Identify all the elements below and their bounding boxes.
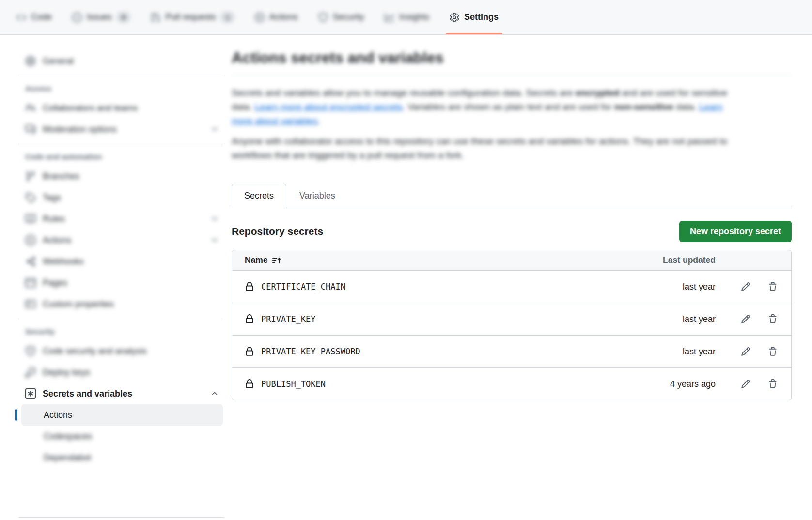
sidebar-item-label: Moderation options [43,124,117,135]
settings-sidebar: General Access Collaborators and teams M… [15,46,223,468]
link-learn-encrypted-secrets[interactable]: Learn more about encrypted secrets [255,102,403,112]
sidebar-item-tags[interactable]: Tags [21,187,223,208]
sidebar-subitem-codespaces[interactable]: Codespaces [21,426,223,447]
tab-settings[interactable]: Settings [445,0,503,34]
sidebar-subitem-label: Actions [44,410,72,420]
sidebar-item-label: Pages [43,278,67,288]
tab-secrets[interactable]: Secrets [232,184,286,208]
play-circle-icon [255,13,265,22]
sidebar-subitem-actions[interactable]: Actions [21,404,223,426]
sidebar-item-code-security[interactable]: Code security and analysis [21,340,223,362]
sidebar-section-security: Security [21,326,223,337]
sidebar-item-label: General [43,56,74,66]
edit-secret-button[interactable] [735,277,756,296]
last-updated-column-header: Last updated [653,255,716,265]
tag-icon [25,192,36,203]
secret-row: PUBLISH_TOKEN 4 years ago [232,367,791,400]
sidebar-item-secrets-and-variables[interactable]: Secrets and variables [21,383,223,404]
delete-secret-button[interactable] [762,374,783,394]
tab-pull-requests[interactable]: Pull requests 1 [146,0,239,34]
tab-issues[interactable]: Issues 8 [67,0,135,34]
tab-code[interactable]: Code [12,0,57,34]
chevron-down-icon [210,214,219,223]
new-repository-secret-button[interactable]: New repository secret [679,221,792,242]
git-branch-icon [25,171,36,182]
sidebar-section-access: Access [21,83,223,94]
tab-label: Insights [399,12,429,22]
page-title: Actions secrets and variables [232,46,792,75]
sidebar-divider [18,76,223,76]
sidebar-item-actions[interactable]: Actions [21,229,223,251]
delete-secret-button[interactable] [762,342,783,361]
description-paragraph-1: Secrets and variables allow you to manag… [232,86,735,128]
sidebar-section-code-automation: Code and automation [21,151,223,163]
description-text: data. [673,102,699,112]
sidebar-item-label: Branches [43,171,79,182]
secret-row: PRIVATE_KEY last year [232,303,791,335]
book-icon [25,214,36,224]
active-item-indicator [15,409,17,421]
sidebar-subitem-label: Dependabot [44,453,91,463]
sidebar-item-deploy-keys[interactable]: Deploy keys [21,362,223,383]
secret-name: CERTIFICATE_CHAIN [261,282,345,291]
tab-actions[interactable]: Actions [250,0,303,34]
sidebar-item-rules[interactable]: Rules [21,208,223,229]
delete-secret-button[interactable] [762,309,783,329]
sidebar-bottom-divider [18,517,224,518]
sidebar-item-webhooks[interactable]: Webhooks [21,251,223,272]
pull-requests-count-badge: 1 [220,12,234,23]
key-icon [25,367,36,378]
tab-label: Code [31,12,52,22]
tab-insights[interactable]: Insights [380,0,434,34]
sort-ascending-icon [272,256,281,265]
tab-label: Settings [464,12,499,22]
shield-lock-icon [25,346,36,356]
trash-icon [768,379,778,389]
webhook-icon [25,256,36,267]
chevron-up-icon [210,389,219,398]
secret-updated: last year [653,282,716,292]
sidebar-item-collaborators[interactable]: Collaborators and teams [21,97,223,119]
secret-name-cell: PUBLISH_TOKEN [245,379,653,389]
secret-name: PRIVATE_KEY [261,314,316,324]
pencil-icon [741,379,750,389]
sidebar-item-pages[interactable]: Pages [21,272,223,293]
id-badge-icon [25,299,36,309]
delete-secret-button[interactable] [762,277,783,296]
secret-actions [716,374,783,394]
sidebar-item-general[interactable]: General [21,50,223,72]
play-circle-icon [25,235,36,245]
lock-icon [245,347,254,356]
sidebar-item-moderation-options[interactable]: Moderation options [21,119,223,140]
sidebar-subitem-dependabot[interactable]: Dependabot [21,447,223,468]
sidebar-item-custom-properties[interactable]: Custom properties [21,293,223,315]
trash-icon [768,282,778,291]
edit-secret-button[interactable] [735,342,756,361]
name-header-label: Name [245,255,268,265]
secrets-table-header: Name Last updated [232,250,791,270]
sidebar-item-label: Secrets and variables [43,389,132,399]
sidebar-item-branches[interactable]: Branches [21,166,223,187]
shield-icon [318,13,328,22]
tab-variables[interactable]: Variables [287,184,347,208]
sidebar-item-label: Rules [43,214,65,224]
tab-security[interactable]: Security [313,0,369,34]
edit-secret-button[interactable] [735,309,756,329]
sidebar-item-label: Code security and analysis [43,346,147,356]
code-icon [16,13,26,22]
description-paragraph-2: Anyone with collaborator access to this … [232,134,735,162]
edit-secret-button[interactable] [735,374,756,394]
lock-icon [245,314,254,324]
issues-count-badge: 8 [117,12,130,23]
chevron-down-icon [210,236,219,245]
secret-name-cell: PRIVATE_KEY_PASSWORD [245,347,653,356]
name-column-header[interactable]: Name [245,255,653,265]
key-asterisk-icon [25,388,36,399]
tab-label: Issues [87,12,112,22]
people-icon [25,103,36,113]
active-tab-underline [446,33,502,34]
sidebar-divider [18,319,223,319]
sidebar-subitem-label: Codespaces [44,431,92,442]
settings-main-content: Actions secrets and variables Secrets an… [232,46,792,400]
secret-actions [716,342,783,361]
